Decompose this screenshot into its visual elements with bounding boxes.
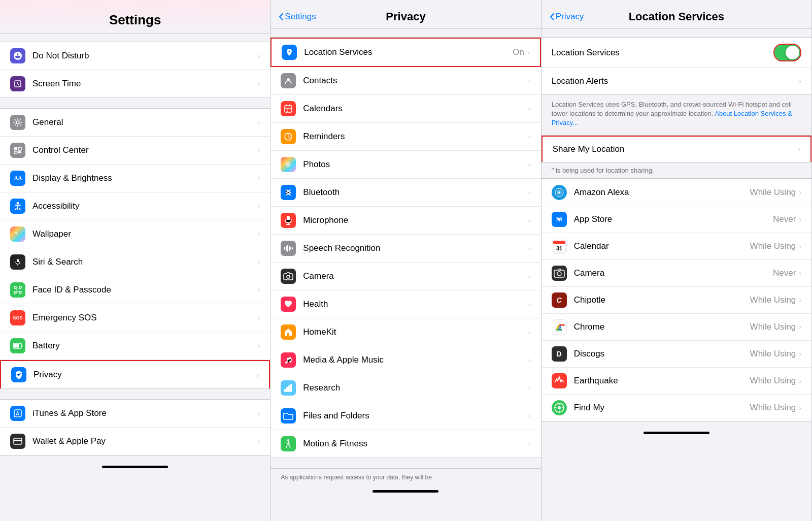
photos-icon [281, 157, 296, 172]
camera-app-label: Camera [574, 268, 773, 278]
location-services-icon [282, 45, 297, 60]
svg-rect-33 [292, 247, 293, 249]
app-row-camera[interactable]: Camera Never › [542, 260, 811, 287]
share-my-location-row[interactable]: Share My Location › [542, 136, 811, 162]
settings-row-screen-time[interactable]: Screen Time › [0, 70, 270, 97]
privacy-icon [11, 367, 26, 382]
settings-row-control-center[interactable]: Control Center › [0, 137, 270, 165]
location-services-toggle[interactable] [774, 45, 800, 60]
wallet-icon [10, 434, 25, 449]
privacy-row-camera[interactable]: Camera › [270, 263, 540, 290]
find-my-permission: While Using [750, 403, 796, 413]
settings-row-wallet[interactable]: Wallet & Apple Pay › [0, 428, 270, 455]
privacy-header: Settings Privacy [270, 0, 540, 29]
location-services-label: Location Services [304, 47, 513, 57]
emergency-sos-label: Emergency SOS [32, 313, 258, 323]
location-alerts-chevron: › [799, 77, 801, 85]
location-services-toggle-row[interactable]: Location Services [542, 38, 811, 68]
app-row-discogs[interactable]: D Discogs While Using › [542, 341, 811, 368]
camera-app-chevron: › [799, 269, 801, 277]
settings-row-itunes[interactable]: A iTunes & App Store › [0, 400, 270, 428]
settings-row-do-not-disturb[interactable]: Do Not Disturb › [0, 42, 270, 70]
contacts-chevron: › [528, 77, 531, 85]
privacy-back-button[interactable]: Settings [279, 12, 316, 22]
app-row-find-my[interactable]: Find My While Using › [542, 395, 811, 421]
privacy-row-media-apple-music[interactable]: Media & Apple Music › [270, 346, 540, 374]
privacy-row-speech-recognition[interactable]: Speech Recognition › [270, 235, 540, 263]
battery-chevron: › [258, 342, 260, 350]
privacy-row-contacts[interactable]: Contacts › [270, 67, 540, 95]
siri-search-chevron: › [258, 258, 260, 266]
privacy-row-health[interactable]: Health › [270, 290, 540, 318]
location-services-section-top: Location Services Location Alerts › [542, 37, 811, 95]
privacy-row-location-services[interactable]: Location Services On › [270, 38, 540, 67]
itunes-label: iTunes & App Store [32, 408, 258, 418]
app-row-chipotle[interactable]: C Chipotle While Using › [542, 287, 811, 314]
settings-row-general[interactable]: General › [0, 109, 270, 137]
location-services-apps-section: Amazon Alexa While Using › App Store Nev… [542, 179, 811, 421]
settings-panel: Settings Do Not Disturb › Screen Time › [0, 0, 270, 521]
camera-icon [281, 269, 296, 284]
svg-rect-32 [290, 247, 291, 250]
privacy-row-reminders[interactable]: Reminders › [270, 123, 540, 151]
research-icon [281, 380, 296, 396]
media-apple-music-icon [281, 352, 296, 368]
settings-scroll[interactable]: Do Not Disturb › Screen Time › General › [0, 34, 270, 521]
motion-fitness-icon [281, 436, 296, 451]
calendars-icon: 1 [281, 101, 296, 116]
settings-row-emergency-sos[interactable]: SOS Emergency SOS › [0, 304, 270, 332]
privacy-row-files-folders[interactable]: Files and Folders › [270, 402, 540, 430]
privacy-row-homekit[interactable]: HomeKit › [270, 318, 540, 346]
settings-row-privacy[interactable]: Privacy › [0, 360, 270, 388]
home-indicator [102, 466, 168, 468]
settings-row-battery[interactable]: Battery › [0, 332, 270, 360]
privacy-row-photos[interactable]: Photos › [270, 151, 540, 179]
calendars-label: Calendars [303, 104, 528, 114]
toggle-knob [786, 46, 799, 59]
settings-row-siri-search[interactable]: Siri & Search › [0, 248, 270, 276]
app-row-amazon-alexa[interactable]: Amazon Alexa While Using › [542, 179, 811, 206]
svg-rect-11 [19, 291, 21, 294]
svg-point-44 [558, 191, 560, 193]
wallpaper-label: Wallpaper [32, 229, 258, 239]
location-services-scroll[interactable]: Location Services Location Alerts › Loca… [542, 29, 811, 521]
settings-row-wallpaper[interactable]: Wallpaper › [0, 220, 270, 248]
privacy-row-microphone[interactable]: Microphone › [270, 207, 540, 235]
siri-search-label: Siri & Search [32, 257, 258, 267]
control-center-label: Control Center [32, 145, 258, 155]
privacy-row-motion-fitness[interactable]: Motion & Fitness › [270, 430, 540, 458]
camera-app-permission: Never [773, 268, 796, 278]
chrome-icon [552, 319, 567, 335]
privacy-label: Privacy [33, 370, 257, 380]
speech-recognition-icon [281, 241, 296, 256]
app-row-earthquake[interactable]: Earthquake While Using › [542, 368, 811, 395]
privacy-panel: Settings Privacy Location Services On › … [270, 0, 541, 521]
earthquake-permission: While Using [750, 376, 796, 386]
face-id-icon [10, 282, 25, 298]
microphone-icon [281, 213, 296, 228]
camera-chevron: › [528, 272, 531, 280]
settings-row-face-id[interactable]: Face ID & Passcode › [0, 276, 270, 304]
sharing-note: " is being used for location sharing. [542, 162, 811, 179]
settings-row-display-brightness[interactable]: AA Display & Brightness › [0, 165, 270, 192]
privacy-scroll[interactable]: Location Services On › Contacts › 1 Cale… [270, 29, 540, 521]
health-chevron: › [528, 300, 531, 308]
svg-rect-4 [14, 151, 17, 153]
calendar-label: Calendar [574, 241, 750, 251]
app-row-app-store[interactable]: App Store Never › [542, 206, 811, 233]
app-row-chrome[interactable]: Chrome While Using › [542, 314, 811, 341]
settings-row-accessibility[interactable]: Accessibility › [0, 192, 270, 220]
location-alerts-row[interactable]: Location Alerts › [542, 68, 811, 94]
earthquake-label: Earthquake [574, 376, 750, 386]
app-row-calendar[interactable]: 31 Calendar While Using › [542, 233, 811, 260]
media-apple-music-chevron: › [528, 356, 531, 364]
wallet-label: Wallet & Apple Pay [32, 436, 258, 446]
svg-rect-10 [14, 291, 16, 294]
privacy-row-research[interactable]: Research › [270, 374, 540, 402]
svg-rect-16 [14, 344, 19, 348]
privacy-row-calendars[interactable]: 1 Calendars › [270, 95, 540, 123]
battery-label: Battery [32, 341, 258, 351]
location-services-back-button[interactable]: Privacy [550, 12, 584, 22]
privacy-row-bluetooth[interactable]: Bluetooth › [270, 179, 540, 207]
share-my-location-chevron: › [798, 145, 800, 153]
